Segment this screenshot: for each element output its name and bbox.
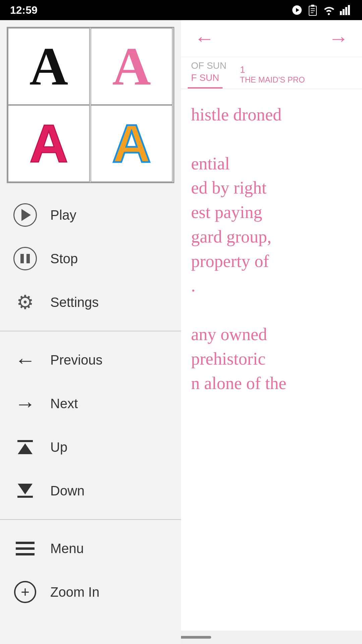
play-circle: [13, 203, 37, 227]
menu-section-playback: Play Stop ⚙ Settings: [0, 190, 181, 327]
book-text: histle droned ential ed by right est pay…: [181, 89, 362, 409]
svg-rect-6: [343, 9, 345, 15]
text-line-5: gard group,: [191, 225, 352, 249]
next-label: Next: [50, 396, 78, 411]
down-label: Down: [50, 483, 84, 498]
letter-pink: A: [112, 36, 151, 98]
sidebar-drawer: A A A A Play Sto: [0, 20, 181, 644]
play-label: Play: [50, 208, 76, 223]
arrow-right-icon: →: [13, 392, 37, 415]
font-cell-black[interactable]: A: [8, 28, 90, 105]
text-line-4: est paying: [191, 200, 352, 225]
main-layout: A A A A Play Sto: [0, 20, 362, 644]
settings-label: Settings: [50, 295, 99, 310]
up-shape: [17, 440, 33, 454]
font-grid[interactable]: A A A A: [7, 27, 174, 183]
svg-rect-8: [348, 5, 350, 15]
divider-1: [0, 331, 181, 331]
menu-item-next[interactable]: → Next: [0, 382, 181, 425]
previous-label: Previous: [50, 353, 103, 368]
signal-icon: [340, 5, 352, 15]
wifi-icon: [322, 5, 335, 15]
text-line-1: histle droned: [191, 103, 352, 127]
down-shape: [17, 484, 33, 498]
chapter-number: 1: [240, 64, 305, 75]
menu-item-settings[interactable]: ⚙ Settings: [0, 280, 181, 324]
font-cell-red[interactable]: A: [8, 105, 90, 182]
menu-item-previous[interactable]: ← Previous: [0, 338, 181, 382]
font-cell-orange[interactable]: A: [90, 105, 173, 182]
zoom-in-icon: +: [13, 580, 37, 604]
media-icon: [291, 4, 303, 16]
text-line-2: ential: [191, 152, 352, 176]
content-nav: ← →: [181, 20, 362, 57]
svg-rect-7: [345, 7, 347, 15]
status-time: 12:59: [10, 4, 38, 16]
menu-item-zoom-in[interactable]: + Zoom In: [0, 570, 181, 614]
stop-label: Stop: [50, 251, 78, 266]
stop-icon: [13, 247, 37, 270]
menu-item-down[interactable]: Down: [0, 469, 181, 513]
menu-item-menu[interactable]: Menu: [0, 527, 181, 570]
status-icons: [291, 4, 352, 16]
play-icon: [13, 203, 37, 227]
arrow-left-icon: ←: [13, 348, 37, 372]
tab-of-sun-text[interactable]: OF SUN: [188, 60, 230, 71]
divider-2: [0, 519, 181, 520]
menu-item-up[interactable]: Up: [0, 425, 181, 469]
menu-item-stop[interactable]: Stop: [0, 237, 181, 280]
gear-icon: ⚙: [13, 290, 37, 314]
letter-black: A: [29, 36, 68, 98]
status-bar: 12:59: [0, 0, 362, 20]
menu-icon: [13, 537, 37, 560]
menu-label: Menu: [50, 541, 84, 556]
zoom-in-label: Zoom In: [50, 585, 100, 600]
menu-section-extra: Menu + Zoom In: [0, 523, 181, 617]
text-line-10: n alone of the: [191, 371, 352, 396]
down-icon: [13, 479, 37, 502]
text-line-9: prehistoric: [191, 347, 352, 371]
menu-section-navigation: ← Previous → Next Up: [0, 335, 181, 516]
up-label: Up: [50, 440, 67, 455]
text-line-8: any owned: [191, 322, 352, 347]
text-line-6: property of: [191, 249, 352, 274]
stop-circle: [13, 247, 37, 270]
text-line-7: .: [191, 274, 352, 298]
letter-orange-blue: A: [112, 113, 151, 174]
zoom-circle: +: [14, 581, 36, 603]
forward-arrow[interactable]: →: [328, 27, 349, 50]
menu-item-play[interactable]: Play: [0, 193, 181, 237]
chapter-title: THE MAID'S PRO: [240, 75, 305, 85]
up-icon: [13, 435, 37, 459]
letter-red: A: [29, 113, 68, 174]
back-arrow[interactable]: ←: [194, 27, 215, 50]
svg-rect-5: [340, 11, 342, 15]
text-line-3: ed by right: [191, 176, 352, 200]
font-cell-pink[interactable]: A: [90, 28, 173, 105]
svg-rect-1: [311, 5, 314, 7]
content-area: ← → OF SUN F SUN 1 THE MAID'S PRO histle…: [181, 20, 362, 644]
clipboard-icon: [308, 4, 318, 16]
hamburger-shape: [16, 542, 35, 555]
tab-f-sun-text[interactable]: F SUN: [188, 71, 223, 89]
